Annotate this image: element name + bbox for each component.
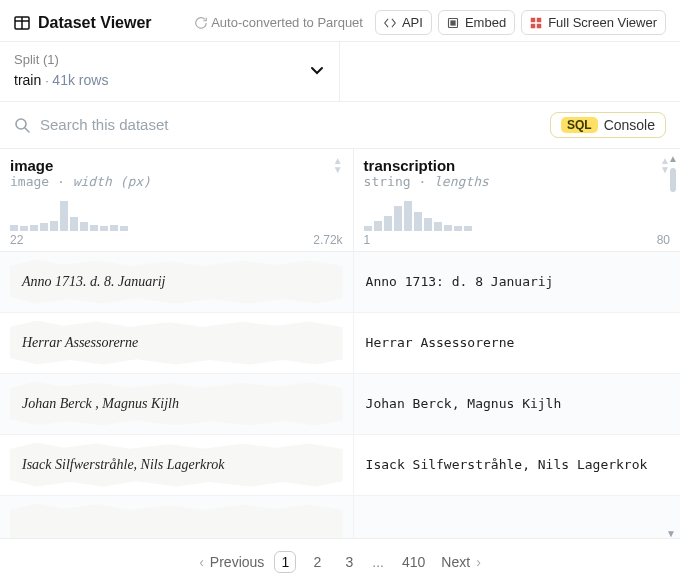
dataset-table-icon — [14, 15, 30, 31]
header-actions: Auto-converted to Parquet API Embed Full… — [189, 10, 666, 35]
search-row: SQL Console — [0, 102, 680, 149]
split-label: Split (1) — [14, 50, 108, 70]
page-2[interactable]: 2 — [306, 552, 328, 572]
split-selector[interactable]: Split (1) train · 41k rows — [0, 42, 340, 101]
cell-transcription: Johan Berck, Magnus Kijlh — [354, 374, 680, 434]
histogram-image[interactable]: 22 2.72k — [0, 195, 353, 251]
table-row[interactable] — [0, 496, 680, 539]
cell-image: Herrar Assessorerne — [0, 313, 354, 373]
svg-rect-8 — [537, 23, 542, 28]
histogram-transcription[interactable]: 1 80 — [354, 195, 680, 251]
split-name: train — [14, 72, 41, 88]
cell-image: Isack Silfwerstråhle, Nils Lagerkrok — [0, 435, 354, 495]
svg-rect-4 — [450, 20, 455, 25]
grid-icon — [530, 17, 542, 29]
scrollbar-thumb[interactable] — [670, 168, 676, 192]
code-icon — [384, 17, 396, 29]
cell-image — [0, 496, 354, 539]
refresh-icon — [195, 17, 207, 29]
page-ellipsis: ... — [370, 554, 386, 570]
column-transcription-title: transcription — [364, 157, 456, 174]
svg-rect-7 — [531, 23, 536, 28]
embed-button[interactable]: Embed — [438, 10, 515, 35]
handwriting-image: Anno 1713. d. 8. Januarij — [10, 260, 343, 304]
column-transcription-type: string — [364, 174, 411, 189]
split-row: Split (1) train · 41k rows — [0, 41, 680, 102]
table-row[interactable]: Herrar AssessorerneHerrar Assessorerne — [0, 313, 680, 374]
sql-console-button[interactable]: SQL Console — [550, 112, 666, 138]
hist-image-min: 22 — [10, 233, 23, 247]
page-title: Dataset Viewer — [38, 14, 152, 32]
table-body: Anno 1713. d. 8. JanuarijAnno 1713: d. 8… — [0, 252, 680, 539]
table-row[interactable]: Anno 1713. d. 8. JanuarijAnno 1713: d. 8… — [0, 252, 680, 313]
next-button[interactable]: Next › — [441, 554, 480, 570]
sql-badge: SQL — [561, 117, 598, 133]
table-row[interactable]: Isack Silfwerstråhle, Nils LagerkrokIsac… — [0, 435, 680, 496]
chevron-left-icon: ‹ — [199, 554, 204, 570]
cell-image: Anno 1713. d. 8. Januarij — [0, 252, 354, 312]
cell-transcription: Herrar Assessorerne — [354, 313, 680, 373]
split-info: Split (1) train · 41k rows — [14, 50, 108, 91]
handwriting-image — [10, 504, 343, 539]
column-image: image ▲▼ image · width (px) 22 2.72k — [0, 149, 354, 251]
header: Dataset Viewer Auto-converted to Parquet… — [0, 0, 680, 41]
sort-arrows-image[interactable]: ▲▼ — [333, 157, 343, 174]
fullscreen-button[interactable]: Full Screen Viewer — [521, 10, 666, 35]
page-1[interactable]: 1 — [274, 551, 296, 573]
svg-line-10 — [25, 128, 29, 132]
column-transcription-meta: lengths — [434, 174, 489, 189]
column-image-title: image — [10, 157, 53, 174]
api-button-label: API — [402, 15, 423, 30]
caret-up-icon: ▲ — [668, 153, 678, 164]
cell-transcription: Anno 1713: d. 8 Januarij — [354, 252, 680, 312]
search-input[interactable] — [40, 116, 540, 133]
prev-button[interactable]: ‹ Previous — [199, 554, 264, 570]
table-head: image ▲▼ image · width (px) 22 2.72k ▲ — [0, 149, 680, 252]
hist-txt-min: 1 — [364, 233, 371, 247]
handwriting-image: Herrar Assessorerne — [10, 321, 343, 365]
next-label: Next — [441, 554, 470, 570]
chevron-right-icon: › — [476, 554, 481, 570]
embed-button-label: Embed — [465, 15, 506, 30]
page-last[interactable]: 410 — [396, 552, 431, 572]
prev-label: Previous — [210, 554, 264, 570]
split-rows: 41k rows — [52, 72, 108, 88]
search-wrap — [14, 116, 540, 133]
handwriting-image: Isack Silfwerstråhle, Nils Lagerkrok — [10, 443, 343, 487]
table-row[interactable]: Johan Berck , Magnus KijlhJohan Berck, M… — [0, 374, 680, 435]
pagination: ‹ Previous 1 2 3 ... 410 Next › — [0, 539, 680, 579]
auto-convert-label[interactable]: Auto-converted to Parquet — [189, 11, 369, 34]
cell-transcription: Isack Silfwerstråhle, Nils Lagerkrok — [354, 435, 680, 495]
hist-image-max: 2.72k — [313, 233, 342, 247]
handwriting-image: Johan Berck , Magnus Kijlh — [10, 382, 343, 426]
caret-down-icon: ▼ — [666, 528, 676, 539]
hist-txt-max: 80 — [657, 233, 670, 247]
api-button[interactable]: API — [375, 10, 432, 35]
svg-rect-5 — [531, 17, 536, 22]
column-image-meta: width (px) — [73, 174, 151, 189]
table: image ▲▼ image · width (px) 22 2.72k ▲ — [0, 149, 680, 579]
svg-rect-6 — [537, 17, 542, 22]
search-icon — [14, 117, 30, 133]
chevron-down-icon — [309, 62, 325, 78]
column-image-type: image — [10, 174, 49, 189]
page-3[interactable]: 3 — [338, 552, 360, 572]
fullscreen-button-label: Full Screen Viewer — [548, 15, 657, 30]
cell-transcription — [354, 496, 680, 539]
embed-icon — [447, 17, 459, 29]
header-left: Dataset Viewer — [14, 14, 152, 32]
sql-console-label: Console — [604, 117, 655, 133]
auto-convert-text: Auto-converted to Parquet — [211, 15, 363, 30]
scroll-indicator[interactable]: ▲ — [668, 153, 678, 192]
column-transcription: ▲ transcription ▲▼ string · lengths 1 80 — [354, 149, 680, 251]
cell-image: Johan Berck , Magnus Kijlh — [0, 374, 354, 434]
